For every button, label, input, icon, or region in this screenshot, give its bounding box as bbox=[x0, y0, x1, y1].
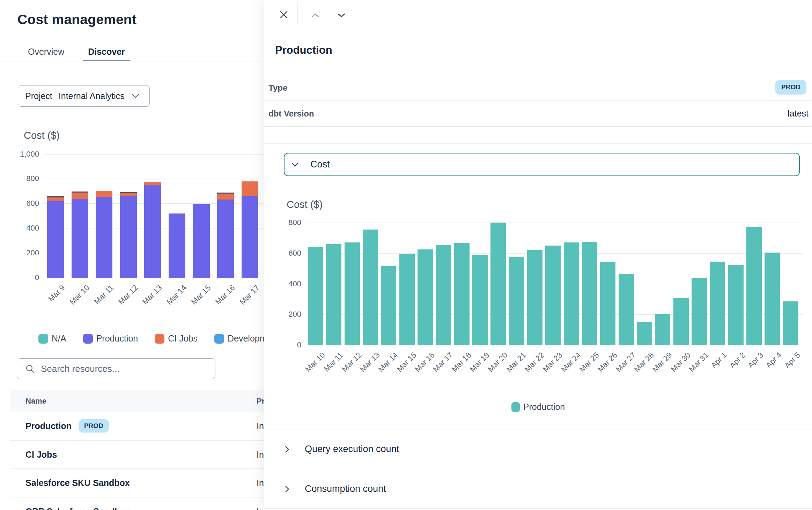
bar-mar-22-production[interactable] bbox=[527, 250, 542, 345]
consumption-count-label: Consumption count bbox=[305, 483, 386, 494]
bar-mar-14-production[interactable] bbox=[381, 266, 396, 345]
legend-item-n-a[interactable]: N/A bbox=[38, 333, 66, 344]
legend-item-ci-jobs[interactable]: CI Jobs bbox=[155, 333, 198, 344]
resource-table: Name Project ProductionPRODInternal Anal… bbox=[10, 390, 265, 510]
bar-mar-12-production[interactable] bbox=[120, 196, 137, 278]
drawer-chart-legend: Production bbox=[264, 402, 812, 412]
table-row-gbp-salesforce-sandbox[interactable]: GBP Salesforce SandboxInternal Analytics bbox=[10, 497, 265, 510]
legend-label: Production bbox=[96, 333, 138, 344]
bar-mar-17-production[interactable] bbox=[436, 245, 451, 345]
x-axis-label-mar-17: Mar 17 bbox=[231, 283, 261, 313]
y-axis-tick-label: 200 bbox=[0, 248, 39, 258]
bar-mar-30-production[interactable] bbox=[673, 298, 689, 345]
resource-name: GBP Salesforce Sandbox bbox=[25, 507, 130, 510]
bar-mar-16-other[interactable] bbox=[217, 193, 234, 194]
bar-mar-12-production[interactable] bbox=[345, 242, 360, 345]
x-axis-label-mar-14: Mar 14 bbox=[158, 283, 188, 313]
bar-mar-28-production[interactable] bbox=[637, 322, 652, 345]
bar-mar-15-production[interactable] bbox=[399, 254, 415, 345]
x-axis-label-mar-11: Mar 11 bbox=[85, 283, 115, 313]
bar-apr-1-production[interactable] bbox=[710, 262, 725, 345]
bar-mar-13-production[interactable] bbox=[144, 185, 161, 278]
bar-mar-14-production[interactable] bbox=[169, 213, 185, 278]
bar-mar-18-production[interactable] bbox=[454, 243, 470, 345]
resource-name: CI Jobs bbox=[25, 450, 57, 460]
chevron-right-icon bbox=[285, 446, 289, 453]
bar-mar-16-production[interactable] bbox=[217, 200, 234, 278]
gridline-0 bbox=[43, 278, 265, 278]
bar-mar-26-production[interactable] bbox=[600, 262, 615, 345]
prod-badge: PROD bbox=[79, 419, 109, 433]
bar-mar-24-production[interactable] bbox=[564, 242, 579, 345]
bar-mar-9-other[interactable] bbox=[47, 196, 64, 197]
bar-mar-25-production[interactable] bbox=[582, 242, 597, 345]
legend-swatch bbox=[214, 334, 224, 344]
cost-management-app: Cost management OverviewDiscover Project… bbox=[0, 0, 812, 510]
bar-mar-9-ci-jobs[interactable] bbox=[47, 197, 64, 201]
legend-label: CI Jobs bbox=[168, 333, 198, 344]
divider bbox=[264, 508, 812, 509]
bar-apr-3-production[interactable] bbox=[746, 227, 762, 345]
legend-swatch bbox=[83, 334, 93, 344]
bar-mar-27-production[interactable] bbox=[619, 274, 634, 345]
bar-mar-9-production[interactable] bbox=[47, 201, 64, 278]
bar-mar-19-production[interactable] bbox=[472, 255, 488, 345]
bar-mar-13-ci-jobs[interactable] bbox=[144, 182, 161, 185]
bar-mar-11-production[interactable] bbox=[96, 197, 112, 278]
bar-mar-11-ci-jobs[interactable] bbox=[96, 191, 112, 197]
bar-mar-11-production[interactable] bbox=[326, 244, 341, 345]
bar-mar-13-production[interactable] bbox=[363, 230, 378, 345]
x-axis-label-mar-16: Mar 16 bbox=[207, 283, 237, 313]
bar-mar-10-production[interactable] bbox=[72, 199, 88, 278]
bar-mar-16-production[interactable] bbox=[418, 249, 433, 345]
legend-swatch bbox=[155, 334, 164, 344]
resource-name: Production bbox=[25, 421, 72, 431]
left-chart-legend: N/AProductionCI JobsDevelopment bbox=[38, 333, 279, 344]
table-row-salesforce-sku-sandbox[interactable]: Salesforce SKU SandboxInternal Analytics bbox=[10, 469, 265, 497]
y-axis-tick-label: 0 bbox=[273, 340, 301, 350]
legend-swatch bbox=[38, 334, 48, 344]
legend-swatch bbox=[511, 402, 520, 412]
y-axis-tick-label: 600 bbox=[273, 248, 301, 258]
gridline-1000 bbox=[43, 154, 265, 155]
bar-mar-17-ci-jobs[interactable] bbox=[242, 181, 258, 196]
bar-apr-4-production[interactable] bbox=[765, 253, 780, 345]
column-header-name: Name bbox=[25, 397, 46, 406]
gridline-800 bbox=[307, 223, 803, 223]
environment-details-drawer: Production Type PROD dbt Version latest … bbox=[264, 0, 812, 510]
legend-item-production[interactable]: Production bbox=[511, 402, 565, 412]
gridline-0 bbox=[307, 345, 803, 345]
table-row-ci-jobs[interactable]: CI JobsInternal Analytics bbox=[10, 441, 265, 469]
bar-mar-21-production[interactable] bbox=[509, 257, 524, 345]
bar-mar-12-other[interactable] bbox=[120, 192, 137, 193]
bar-mar-20-production[interactable] bbox=[490, 223, 506, 345]
search-resources-input[interactable] bbox=[41, 359, 215, 379]
legend-label: N/A bbox=[52, 333, 66, 344]
consumption-count-section-header[interactable]: Consumption count bbox=[264, 469, 812, 509]
resource-name: Salesforce SKU Sandbox bbox=[25, 478, 130, 488]
chevron-right-icon bbox=[285, 486, 289, 493]
x-axis-label-mar-15: Mar 15 bbox=[183, 283, 213, 313]
y-axis-tick-label: 800 bbox=[273, 217, 301, 228]
legend-item-production[interactable]: Production bbox=[83, 333, 138, 344]
bar-mar-31-production[interactable] bbox=[692, 278, 707, 345]
bar-apr-2-production[interactable] bbox=[728, 265, 744, 345]
bar-mar-17-production[interactable] bbox=[242, 196, 258, 278]
bar-mar-15-production[interactable] bbox=[193, 204, 210, 278]
bar-mar-10-production[interactable] bbox=[308, 247, 323, 345]
query-execution-count-section-header[interactable]: Query execution count bbox=[264, 429, 812, 469]
y-axis-tick-label: 200 bbox=[273, 309, 301, 320]
search-resources-box bbox=[17, 358, 215, 379]
x-axis-label-mar-10: Mar 10 bbox=[61, 283, 91, 313]
table-row-production[interactable]: ProductionPRODInternal Analytics bbox=[10, 412, 265, 441]
bar-mar-10-other[interactable] bbox=[72, 192, 88, 193]
bar-mar-10-ci-jobs[interactable] bbox=[72, 192, 88, 199]
y-axis-tick-label: 800 bbox=[0, 173, 39, 184]
bar-mar-23-production[interactable] bbox=[545, 246, 561, 345]
table-header-row: Name Project bbox=[10, 390, 265, 412]
bar-mar-29-production[interactable] bbox=[655, 314, 670, 345]
bar-mar-16-ci-jobs[interactable] bbox=[217, 193, 234, 200]
search-icon bbox=[25, 364, 35, 373]
bar-apr-5-production[interactable] bbox=[783, 301, 798, 345]
gridline-800 bbox=[43, 179, 265, 179]
